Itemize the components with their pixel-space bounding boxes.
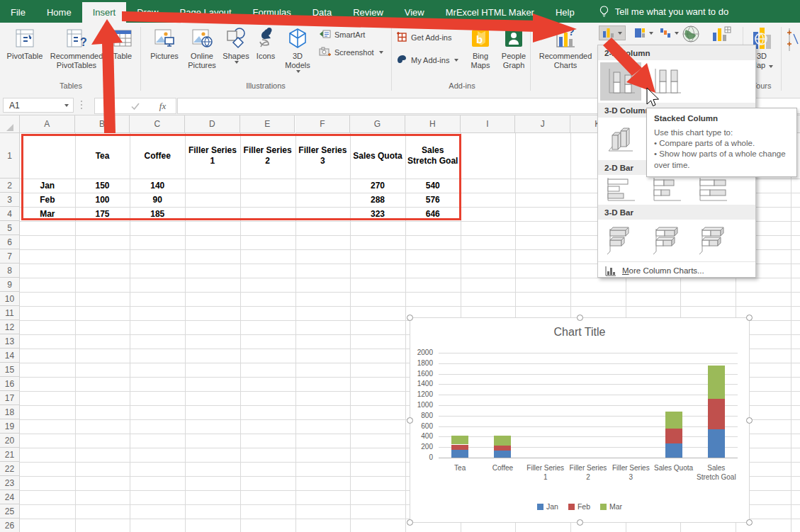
tell-me-box[interactable]: Tell me what you want to do [599,0,728,23]
chart-resize-handle[interactable] [407,519,413,526]
tab-draw[interactable]: Draw [126,2,169,23]
tab-insert[interactable]: Insert [82,2,127,23]
tab-view[interactable]: View [394,2,435,23]
column-header-H[interactable]: H [405,115,461,133]
column-header-F[interactable]: F [295,115,351,133]
bar-segment-mar[interactable] [451,436,468,445]
recommended-pivottables-button[interactable]: ? Recommended PivotTables [45,25,108,70]
3d-models-button[interactable]: 3D Models [279,25,316,73]
row-header-18[interactable]: 18 [0,405,20,419]
name-box[interactable]: A1 [3,98,74,113]
bar-segment-feb[interactable] [451,445,468,450]
chart-resize-handle[interactable] [407,315,413,321]
row-header-19[interactable]: 19 [0,419,20,434]
row-header-21[interactable]: 21 [0,448,20,462]
bar-segment-jan[interactable] [708,429,725,458]
chart-resize-handle[interactable] [746,315,753,321]
row-header-14[interactable]: 14 [0,349,20,363]
chart-type-clustered-bar[interactable] [600,176,641,203]
tab-file[interactable]: File [0,2,36,23]
bar-segment-mar[interactable] [708,366,725,400]
row-header-11[interactable]: 11 [0,306,20,320]
pivotchart-button[interactable] [711,26,731,45]
chart-resize-handle[interactable] [746,417,753,424]
chart-type-3d-100-stacked-bar[interactable] [692,222,733,260]
row-header-7[interactable]: 7 [0,249,20,264]
pictures-button[interactable]: Pictures [146,25,183,61]
column-header-D[interactable]: D [185,115,240,133]
bar-segment-feb[interactable] [665,429,682,443]
my-add-ins-button[interactable]: My Add-ins [396,54,458,67]
row-header-15[interactable]: 15 [0,363,20,377]
chart-type-stacked-column[interactable] [600,62,641,101]
bing-maps-button[interactable]: b Bing Maps [465,25,496,70]
chart-resize-handle[interactable] [746,519,753,526]
column-header-B[interactable]: B [75,115,130,133]
smartart-button[interactable]: SmartArt [319,28,365,41]
column-header-A[interactable]: A [20,115,75,133]
bar-segment-jan[interactable] [494,451,511,458]
bar-segment-mar[interactable] [665,412,682,429]
row-header-9[interactable]: 9 [0,278,20,292]
bar-segment-mar[interactable] [494,436,511,446]
tab-formulas[interactable]: Formulas [242,2,302,23]
row-header-17[interactable]: 17 [0,391,20,405]
recommended-charts-button[interactable]: ? Recommended Charts [534,25,597,70]
tab-review[interactable]: Review [342,2,394,23]
shapes-button[interactable]: Shapes [221,25,251,64]
row-header-2[interactable]: 2 [0,179,20,193]
row-header-4[interactable]: 4 [0,207,20,221]
row-header-1[interactable]: 1 [0,133,20,179]
chart-type-stacked-bar[interactable] [646,176,687,203]
row-header-22[interactable]: 22 [0,462,20,476]
column-header-E[interactable]: E [240,115,295,133]
row-header-25[interactable]: 25 [0,504,20,519]
chart-resize-handle[interactable] [577,315,583,321]
tab-home[interactable]: Home [36,2,82,23]
chart-type-3d-clustered-column[interactable] [600,120,641,158]
row-header-26[interactable]: 26 [0,519,20,532]
chart-type-100-stacked-bar[interactable] [692,176,733,203]
row-header-5[interactable]: 5 [0,221,20,235]
bar-segment-jan[interactable] [665,443,682,458]
screenshot-button[interactable]: Screenshot [319,46,383,59]
more-column-charts-item[interactable]: More Column Charts... [598,261,755,279]
cancel-icon[interactable] [105,103,112,110]
column-header-C[interactable]: C [130,115,185,133]
tab-mrexcel-html-maker[interactable]: MrExcel HTML Maker [435,2,545,23]
row-header-12[interactable]: 12 [0,320,20,334]
get-add-ins-button[interactable]: Get Add-ins [396,31,451,44]
table-button[interactable]: Table [108,25,137,61]
insert-hierarchy-chart-button[interactable] [631,26,657,40]
insert-column-chart-button[interactable] [599,26,626,40]
pivottable-button[interactable]: PivotTable [4,25,45,61]
tab-help[interactable]: Help [545,2,585,23]
chart-type-3d-stacked-bar[interactable] [646,222,687,260]
chart-resize-handle[interactable] [577,519,583,526]
tab-page-layout[interactable]: Page Layout [169,2,242,23]
row-header-23[interactable]: 23 [0,476,20,490]
row-header-6[interactable]: 6 [0,235,20,249]
select-all-corner[interactable] [0,115,20,133]
people-graph-button[interactable]: People Graph [497,25,530,70]
icons-button[interactable]: Icons [252,25,279,61]
column-header-G[interactable]: G [350,115,405,133]
row-header-16[interactable]: 16 [0,377,20,391]
bar-segment-feb[interactable] [494,446,511,451]
bar-segment-jan[interactable] [451,450,468,458]
online-pictures-button[interactable]: Online Pictures [184,25,220,70]
row-header-13[interactable]: 13 [0,334,20,349]
row-header-10[interactable]: 10 [0,292,20,306]
chart-type-3d-clustered-bar[interactable] [600,222,641,260]
maps-button[interactable] [682,25,700,46]
bar-segment-feb[interactable] [708,399,725,429]
row-header-3[interactable]: 3 [0,193,20,207]
row-header-24[interactable]: 24 [0,490,20,504]
insert-function-button[interactable]: fx [159,101,166,112]
embedded-chart[interactable]: Chart Title 0200400600800100012001400160… [410,317,750,523]
chart-type-100-stacked-column[interactable] [646,62,687,101]
enter-icon[interactable] [131,103,140,110]
column-header-I[interactable]: I [461,115,516,133]
insert-waterfall-chart-button[interactable] [656,26,682,40]
row-header-8[interactable]: 8 [0,264,20,278]
